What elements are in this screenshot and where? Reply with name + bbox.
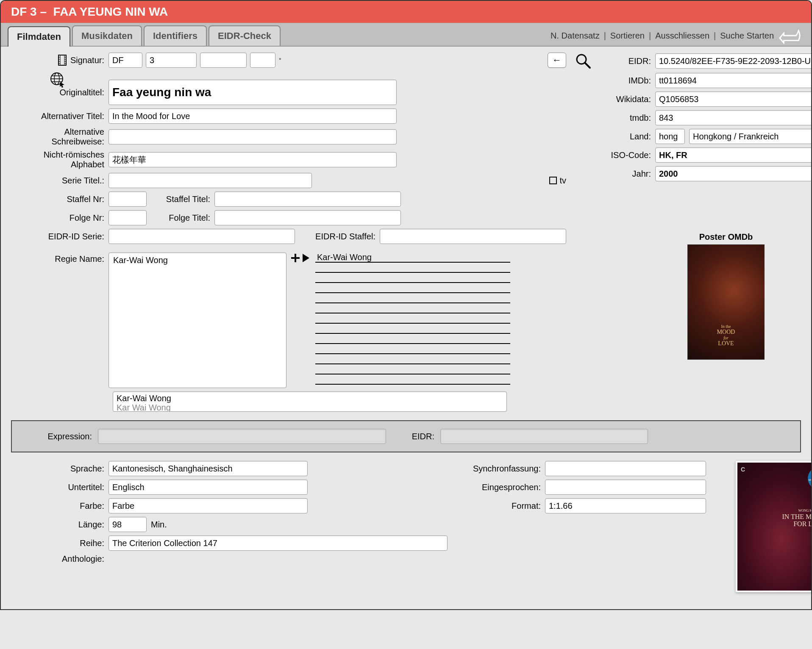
label-originaltitel: Originaltitel: (11, 88, 104, 97)
nav-divider: | (604, 31, 606, 41)
reihe-input[interactable] (108, 535, 448, 551)
label-farbe: Farbe: (11, 501, 104, 511)
nav-start-search[interactable]: Suche Starten (720, 31, 774, 41)
director-line[interactable]: Kar-Wai Wong (315, 252, 510, 263)
serie-titel-input[interactable] (108, 173, 312, 188)
director-line[interactable] (315, 313, 510, 324)
signatur-number-input[interactable] (146, 53, 197, 68)
label-iso: ISO-Code: (600, 150, 651, 160)
alt-schreib-input[interactable] (108, 129, 397, 144)
tmdb-input[interactable] (655, 110, 812, 125)
eidr-input[interactable] (655, 53, 812, 69)
label-eingesprochen: Eingesprochen: (460, 483, 541, 492)
poster-label: Poster OMDb (575, 232, 812, 242)
format-input[interactable] (545, 498, 706, 513)
farbe-input[interactable] (108, 498, 308, 513)
tab-musikdaten[interactable]: Musikdaten (72, 25, 142, 46)
land-code-input[interactable] (655, 129, 685, 144)
untertitel-input[interactable] (108, 480, 308, 495)
label-alt-titel: Alternativer Titel: (11, 111, 104, 121)
director-combined-line2: Kar Wai Wong (117, 403, 503, 412)
director-line[interactable] (315, 364, 510, 374)
nav-divider: | (649, 31, 651, 41)
label-land: Land: (600, 132, 651, 141)
director-line[interactable] (315, 324, 510, 334)
folge-titel-input[interactable] (214, 210, 401, 225)
director-line[interactable] (315, 283, 510, 293)
label-wikidata: Wikidata: (600, 94, 651, 104)
director-line[interactable] (315, 374, 510, 385)
director-line[interactable] (315, 293, 510, 303)
imdb-input[interactable] (655, 73, 812, 88)
originaltitel-input[interactable] (108, 80, 397, 105)
signatur-prefix-input[interactable] (108, 53, 142, 68)
director-line[interactable] (315, 303, 510, 313)
eidr-serie-input[interactable] (108, 229, 295, 244)
back-arrow-icon[interactable] (778, 27, 803, 44)
cover-image: C BLU-RAY SPECIAL EDITION WONG KAR WAI'S… (736, 461, 812, 592)
label-untertitel: Untertitel: (11, 483, 104, 492)
signatur-extra1-input[interactable] (200, 53, 247, 68)
non-roman-input[interactable] (108, 152, 397, 167)
label-staffel-nr: Staffel Nr: (11, 194, 104, 204)
expression-input[interactable] (98, 429, 386, 444)
label-format: Format: (460, 501, 541, 511)
label-eidr-serie: EIDR-ID Serie: (11, 232, 104, 241)
label-staffel-titel: Staffel Titel: (151, 194, 210, 204)
label-imdb: IMDb: (600, 76, 651, 86)
nav-exclude[interactable]: Ausschliessen (655, 31, 709, 41)
director-line[interactable] (315, 344, 510, 354)
label-reihe: Reihe: (11, 538, 104, 548)
eidr-expression-input[interactable] (440, 429, 648, 444)
eingesprochen-input[interactable] (545, 480, 706, 495)
director-combined-line1: Kar-Wai Wong (117, 394, 503, 403)
director-line[interactable] (315, 334, 510, 344)
director-combined-box[interactable]: Kar-Wai Wong Kar Wai Wong (113, 391, 507, 412)
label-serie-titel: Serie Titel.: (11, 176, 104, 186)
wikidata-input[interactable] (655, 92, 812, 107)
nav-new-record[interactable]: N. Datensatz (551, 31, 600, 41)
label-jahr: Jahr: (600, 169, 651, 179)
signatur-extra2-input[interactable] (250, 53, 275, 68)
jahr-input[interactable] (655, 166, 812, 181)
sprache-input[interactable] (108, 461, 308, 476)
label-folge-nr: Folge Nr: (11, 213, 104, 223)
staffel-titel-input[interactable] (214, 191, 401, 207)
label-synchron: Synchronfassung: (460, 464, 541, 474)
svg-line-20 (585, 63, 590, 68)
land-name-input[interactable] (689, 129, 812, 144)
globe-cursor-icon[interactable] (49, 71, 66, 88)
nav-divider: | (714, 31, 716, 41)
nav-sort[interactable]: Sortieren (610, 31, 645, 41)
play-icon[interactable] (302, 252, 310, 263)
director-lines-list: Kar-Wai Wong (315, 252, 510, 385)
plus-icon[interactable] (290, 252, 301, 263)
poster-image: In the MOOD for LOVE (687, 244, 765, 360)
eidr-staffel-input[interactable] (380, 229, 566, 244)
label-regie: Regie Name: (11, 252, 104, 264)
criterion-logo: C (741, 466, 745, 473)
expression-bar: Expression: EIDR: (11, 420, 801, 452)
tab-identifiers[interactable]: Identifiers (144, 25, 207, 46)
magnifier-icon[interactable] (575, 53, 592, 69)
folge-nr-input[interactable] (108, 210, 147, 225)
synchron-input[interactable] (545, 461, 706, 476)
label-eidr-staffel: EIDR-ID Staffel: (299, 232, 375, 241)
laenge-input[interactable] (108, 517, 147, 532)
label-signatur: Signatur: (70, 55, 104, 65)
director-line[interactable] (315, 273, 510, 283)
director-line[interactable] (315, 263, 510, 273)
tab-eidr-check[interactable]: EIDR-Check (209, 25, 281, 46)
tv-checkbox[interactable] (549, 177, 557, 184)
director-line[interactable] (315, 354, 510, 364)
label-non-roman: Nicht-römisches Alphabet (11, 150, 104, 169)
degree-symbol: ° (279, 57, 281, 64)
staffel-nr-input[interactable] (108, 191, 147, 207)
window-title: DF 3 – FAA YEUNG NIN WA (11, 5, 168, 19)
alt-titel-input[interactable] (108, 108, 397, 124)
label-tmdb: tmdb: (600, 113, 651, 123)
signatur-back-button[interactable]: ← (548, 53, 566, 68)
iso-input[interactable] (655, 147, 812, 163)
director-textarea[interactable]: Kar-Wai Wong (108, 252, 286, 388)
tab-filmdaten[interactable]: Filmdaten (8, 26, 70, 47)
